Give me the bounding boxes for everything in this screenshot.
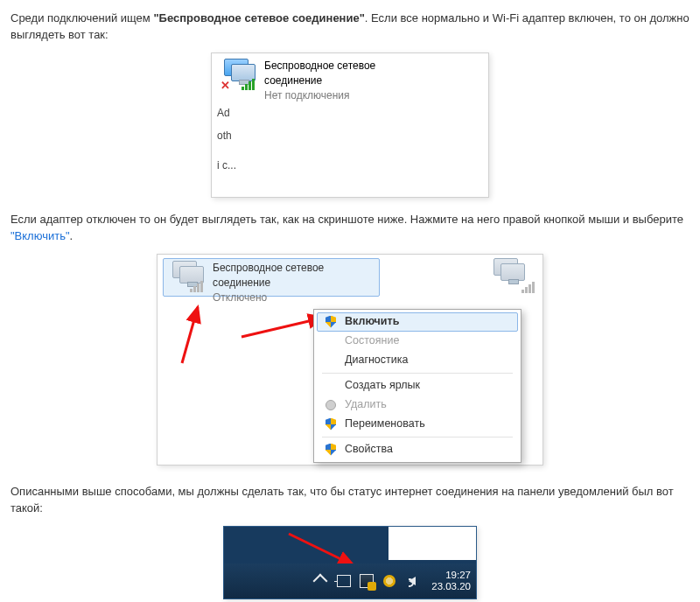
network-status-icon[interactable] [360,574,374,588]
adapter-title-line2: соединение [264,74,375,88]
menu-separator [322,373,513,374]
signal-bars-gray-icon [190,280,206,292]
menu-item-state: Состояние [317,332,518,351]
adapter-title-line1: Беспроводное сетевое [264,59,375,74]
menu-item-properties[interactable]: Свойства [317,440,518,459]
speaker-icon[interactable] [405,574,419,588]
paragraph-3: Описанными выше способами, мы должны сде… [10,484,690,517]
adapter-other-icon [488,258,537,293]
enable-link-text: "Включить" [10,229,70,242]
menu-item-delete: Удалить [317,396,518,415]
menu-item-rename[interactable]: Переименовать [317,415,518,434]
wifi-adapter-disabled-icon [167,261,206,292]
shield-icon [324,443,338,457]
screenshot-1: ✕ Беспроводное сетевое соединение Нет по… [211,52,489,198]
screenshot-3: 19:27 23.03.20 [223,526,477,599]
svg-line-0 [182,307,198,363]
text-fragment: Ad [217,106,230,121]
svg-line-2 [289,534,354,565]
power-sun-icon[interactable] [382,574,396,588]
adapter2-title-line1: Беспроводное сетевое [213,261,324,276]
action-center-flag-icon[interactable] [337,574,351,588]
bold-phrase-1: "Беспроводное сетевое соединение" [153,11,364,24]
screenshot-3-wrap: 19:27 23.03.20 [10,526,690,602]
context-menu: Включить Состояние Диагностика Создать я… [313,309,522,463]
delete-disabled-icon [324,398,338,412]
tray-clock[interactable]: 19:27 23.03.20 [431,570,471,592]
menu-item-shortcut[interactable]: Создать ярлык [317,376,518,396]
chevron-up-icon[interactable] [314,574,328,588]
adapter-status: Нет подключения [264,88,375,103]
screenshot-2: Беспроводное сетевое соединение Отключен… [157,254,543,466]
text-fragment: oth [217,129,232,144]
adapter2-title-line2: соединение [213,276,324,290]
screenshot-2-wrap: Беспроводное сетевое соединение Отключен… [10,254,690,471]
red-arrow-icon [173,302,226,372]
taskbar: 19:27 23.03.20 [224,564,476,598]
signal-bars-icon [242,78,257,90]
error-x-icon: ✕ [220,78,233,90]
screenshot-1-wrap: ✕ Беспроводное сетевое соединение Нет по… [10,52,690,198]
menu-item-enable[interactable]: Включить [317,312,518,332]
wifi-adapter-icon: ✕ [219,59,257,90]
menu-item-diagnostics[interactable]: Диагностика [317,351,518,370]
paragraph-2: Если адаптер отключен то он будет выгляд… [10,212,690,245]
shield-icon [324,417,338,431]
text-fragment: і с... [217,158,236,173]
svg-line-1 [242,318,324,337]
shield-icon [324,315,338,329]
paragraph-1: Среди подключений ищем "Беспроводное сет… [10,10,690,44]
menu-separator [322,437,513,438]
adapter-entry: ✕ Беспроводное сетевое соединение Нет по… [212,55,488,108]
